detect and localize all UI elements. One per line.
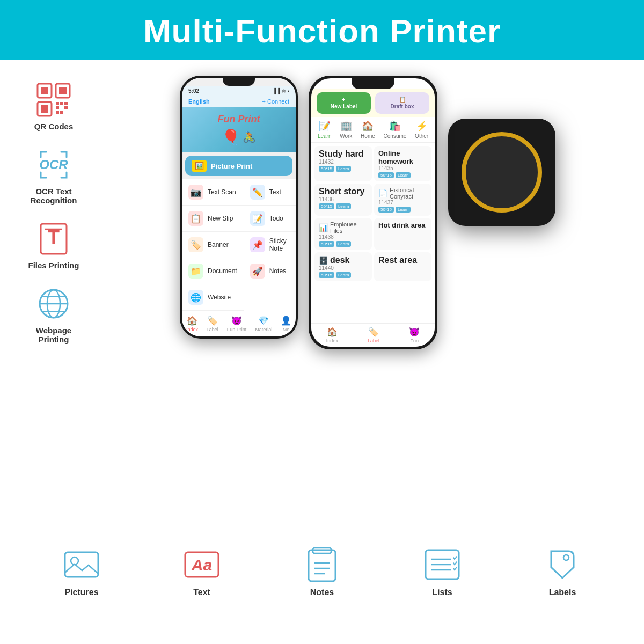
phone2-pill xyxy=(352,78,394,89)
other-tab-label: Other xyxy=(415,133,428,139)
tab-consume[interactable]: 🛍️ Consume xyxy=(384,120,407,139)
home-icon: 🏠 xyxy=(187,316,197,326)
card-historical[interactable]: 📄 Historical Conyract 11437 50*15 Learn xyxy=(374,184,431,216)
learn-tab-icon: 📝 xyxy=(319,120,331,132)
qr-icon xyxy=(35,81,72,119)
header: Multi-Function Printer xyxy=(0,0,644,60)
historical-tags: 50*15 Learn xyxy=(378,207,427,213)
page-title: Multi-Function Printer xyxy=(0,12,644,50)
phone1-connect[interactable]: + Connect xyxy=(262,98,289,105)
lists-feature-label: Lists xyxy=(432,588,452,597)
desk-title: desk xyxy=(330,255,349,265)
svg-point-35 xyxy=(564,555,569,560)
banner-label: Banner xyxy=(208,241,229,248)
hot-drink-title: Hot drink area xyxy=(378,221,427,229)
tab-work[interactable]: 🏢 Work xyxy=(340,120,352,139)
pictures-icon xyxy=(63,546,100,583)
svg-text:OCR: OCR xyxy=(39,157,68,172)
card-short-story[interactable]: Short story 11436 50*15 Learn xyxy=(314,184,372,216)
feature-webpage: Webpage Printing xyxy=(35,285,72,344)
menu-banner[interactable]: 🏷️ Banner xyxy=(182,232,244,258)
nav-fun-print-label: Fun Print xyxy=(227,327,247,332)
card-desk[interactable]: 🗄️ desk 11440 50*15 Learn xyxy=(314,252,372,281)
employee-title: Emplouee Files xyxy=(330,221,368,234)
phones-area: 5:02 ▐▐ ≋ ▪ English + Connect Fun Print … xyxy=(102,76,633,525)
tag-learn: Learn xyxy=(336,166,351,172)
nav-fun-print[interactable]: 😈 Fun Print xyxy=(227,316,247,332)
sticky-note-icon: 📌 xyxy=(250,237,265,252)
new-label-button[interactable]: + New Label xyxy=(317,92,371,114)
work-tab-label: Work xyxy=(340,133,352,139)
phone1-screen: 5:02 ▐▐ ≋ ▪ English + Connect Fun Print … xyxy=(182,78,296,336)
tag-learn5: Learn xyxy=(336,241,351,247)
other-tab-icon: ⚡ xyxy=(416,120,428,132)
menu-text[interactable]: ✏️ Text xyxy=(244,179,296,206)
tag-learn3: Learn xyxy=(336,203,351,209)
card-rest-area[interactable]: Rest area xyxy=(374,252,431,281)
phone2-nav-label[interactable]: 🏷️ Label xyxy=(368,327,379,343)
menu-sticky-note[interactable]: 📌 Sticky Note xyxy=(244,232,296,258)
card-hot-drink[interactable]: Hot drink area xyxy=(374,218,431,250)
menu-document[interactable]: 📁 Document xyxy=(182,258,244,284)
card-study-hard[interactable]: Study hard 11432 50*15 Learn xyxy=(314,146,372,181)
menu-new-slip[interactable]: 📋 New Slip xyxy=(182,206,244,232)
menu-todo[interactable]: 📝 Todo xyxy=(244,206,296,232)
text-label: Text xyxy=(269,188,281,196)
rest-area-title: Rest area xyxy=(378,255,427,265)
card-employee-files[interactable]: 📊 Emplouee Files 11438 50*15 Learn xyxy=(314,218,372,250)
study-hard-title: Study hard xyxy=(319,149,368,159)
text-scan-icon: 📷 xyxy=(188,185,203,200)
employee-icon: 📊 xyxy=(319,223,328,232)
me-icon: 👤 xyxy=(281,316,291,326)
ocr-icon: OCR xyxy=(35,146,72,184)
tag-learn6: Learn xyxy=(336,272,351,278)
draft-box-button[interactable]: 📋 Draft box xyxy=(375,92,429,114)
menu-website[interactable]: 🌐 Website xyxy=(182,284,244,311)
svg-rect-8 xyxy=(64,102,68,105)
phone1-bottom-nav: 🏠 Index 🏷️ Label 😈 Fun Print 💎 Material xyxy=(182,311,296,336)
text-icon: ✏️ xyxy=(250,185,265,200)
svg-rect-26 xyxy=(309,550,335,581)
nav-me[interactable]: 👤 Me xyxy=(281,316,291,332)
files-label: Files Printing xyxy=(28,261,79,270)
draft-box-text: Draft box xyxy=(391,104,414,109)
bottom-text: Aa Text xyxy=(183,546,221,597)
nav-material[interactable]: 💎 Material xyxy=(255,316,272,332)
nav-label-label: Label xyxy=(207,327,218,332)
svg-rect-11 xyxy=(56,111,59,114)
tab-home[interactable]: 🏠 Home xyxy=(361,120,375,139)
nav-me-label: Me xyxy=(283,327,290,332)
svg-rect-6 xyxy=(56,102,59,105)
website-icon: 🌐 xyxy=(188,290,203,305)
phone2-home-icon: 🏠 xyxy=(327,327,338,337)
banner-icon: 🏷️ xyxy=(188,237,203,252)
todo-label: Todo xyxy=(269,215,283,222)
online-homework-id: 11435 xyxy=(378,165,427,171)
online-homework-tags: 50*15 Learn xyxy=(378,172,427,178)
label-icon: 🏷️ xyxy=(207,316,218,326)
phone2-nav-fun[interactable]: 😈 Fun xyxy=(409,327,420,343)
svg-text:Aa: Aa xyxy=(191,556,212,574)
online-homework-title: Online homework xyxy=(378,149,427,165)
phone2-fun-label: Fun xyxy=(411,338,419,343)
notes-icon: 🚀 xyxy=(250,264,265,279)
phone2-label-icon: 🏷️ xyxy=(368,327,379,337)
consume-tab-label: Consume xyxy=(384,133,407,139)
phone1-language[interactable]: English xyxy=(188,98,210,105)
picture-print-button[interactable]: 🖼️ Picture Print xyxy=(185,156,292,176)
tab-other[interactable]: ⚡ Other xyxy=(415,120,428,139)
menu-notes[interactable]: 🚀 Notes xyxy=(244,258,296,284)
fun-print-icon: 😈 xyxy=(231,316,242,326)
phone2-nav-index[interactable]: 🏠 Index xyxy=(326,327,338,343)
nav-index[interactable]: 🏠 Index xyxy=(186,316,198,332)
ocr-label: OCR Text Recognition xyxy=(31,187,77,205)
main-content: QR Codes OCR OCR Text Recognition T xyxy=(0,60,644,536)
tag-size3: 50*15 xyxy=(319,203,334,209)
todo-icon: 📝 xyxy=(250,211,265,226)
tab-learn[interactable]: 📝 Learn xyxy=(318,120,332,139)
webpage-label: Webpage Printing xyxy=(36,326,71,344)
new-slip-label: New Slip xyxy=(208,215,233,222)
menu-text-scan[interactable]: 📷 Text Scan xyxy=(182,179,244,206)
nav-label[interactable]: 🏷️ Label xyxy=(207,316,218,332)
card-online-homework[interactable]: Online homework 11435 50*15 Learn xyxy=(374,146,431,181)
